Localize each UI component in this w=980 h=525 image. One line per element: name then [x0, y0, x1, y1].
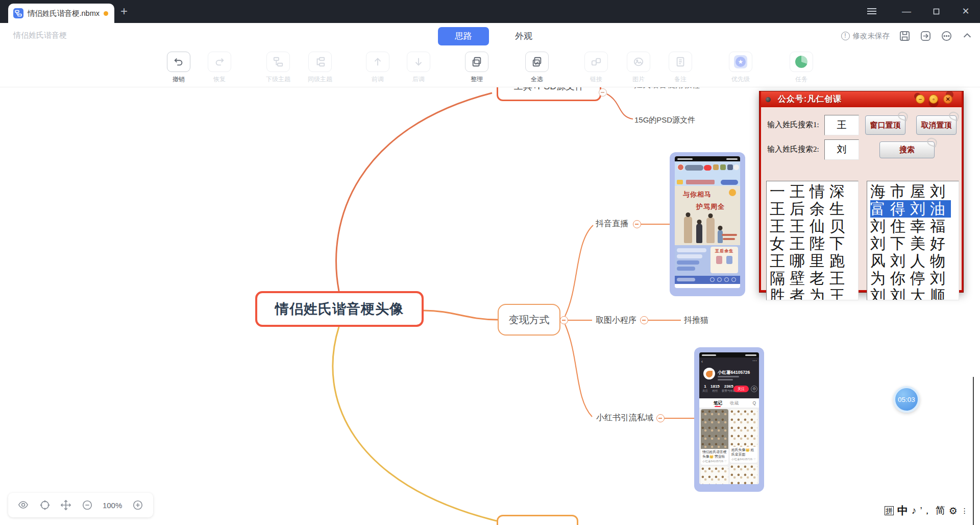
close-button[interactable]: ✕	[959, 5, 973, 17]
node-bottom-clipped[interactable]	[497, 515, 578, 525]
surname-search-window[interactable]: 公众号:凡仁创课 – ▫ ✕ 输入姓氏搜索1: 窗口置顶 取消置顶 输入姓氏搜索…	[759, 91, 964, 293]
toolbar-subtopic[interactable]: 下级主题	[257, 52, 300, 84]
leaf-miniprogram[interactable]: 取图小程序	[596, 315, 636, 326]
maximize-button[interactable]	[929, 5, 943, 15]
surname-input-1[interactable]	[824, 115, 859, 135]
toolbar-sibling-topic[interactable]: 同级主题	[299, 52, 341, 84]
stat-following: 1 关注	[702, 384, 708, 393]
card-figure	[726, 256, 732, 264]
redwin-titlebar[interactable]: 公众号:凡仁创课 – ▫ ✕	[761, 91, 962, 107]
ime-sound-icon[interactable]: ♪	[912, 505, 917, 516]
save-icon[interactable]	[899, 30, 911, 42]
minimize-button[interactable]: —	[899, 5, 914, 17]
xiaohongshu-screenshot[interactable]: ‹ ⋯ 小红薯64105726 1 关注 1815 粉丝 2365 获赞与收藏	[694, 347, 764, 492]
zoom-in-icon[interactable]	[132, 499, 143, 511]
toolbar: 撤销 恢复 下级主题 同级主题 前调	[0, 49, 980, 87]
ime-simplified-icon[interactable]: 简	[936, 504, 945, 517]
eye-icon[interactable]	[18, 499, 29, 511]
zoom-out-icon[interactable]	[82, 499, 93, 511]
collapse-dot-xiaohongshu[interactable]	[656, 414, 665, 422]
menu-icon[interactable]	[865, 5, 879, 15]
list-item[interactable]: 王王仙贝	[770, 218, 858, 235]
list-item[interactable]: 胜者为王	[770, 287, 858, 300]
pan-icon[interactable]	[60, 499, 71, 511]
document-tab[interactable]: 情侣姓氏谐音梗.nbmx	[8, 4, 114, 23]
toolbar-label: 图片	[617, 75, 660, 84]
toolbar-task[interactable]: 任务	[780, 52, 823, 84]
surname-input-2[interactable]	[824, 139, 859, 160]
leaf-douyin-live[interactable]: 抖音直播	[596, 219, 628, 229]
leaf-doutuimao[interactable]: 抖推猫	[684, 315, 708, 326]
ime-settings-icon[interactable]: ⚙	[949, 505, 958, 517]
undo-icon	[167, 52, 190, 72]
toolbar-link[interactable]: 链接	[575, 52, 618, 84]
list-item[interactable]: 隔壁老王	[770, 270, 858, 287]
collapse-dot-top-node[interactable]	[599, 88, 607, 97]
timer-bubble[interactable]: 05:03	[893, 386, 920, 413]
toolbar-move-down[interactable]: 后调	[397, 52, 440, 84]
toolbar-select-all[interactable]: 全选	[516, 52, 558, 84]
collapse-dot-miniprogram[interactable]	[640, 316, 648, 324]
sibling-topic-icon	[308, 52, 332, 72]
list-item-selected[interactable]: 富得刘油	[870, 200, 951, 218]
leaf-psd-15g[interactable]: 15G的PSD源文件	[634, 115, 695, 125]
list-item[interactable]: 一王情深	[770, 183, 858, 200]
more-icon: ⋯	[752, 358, 757, 363]
list-item[interactable]: 风刘人物	[870, 252, 959, 270]
list-item[interactable]: 王后余生	[770, 200, 858, 218]
xhs-username: 小红薯64105726	[718, 370, 750, 376]
toolbar-priority[interactable]: ★ 优先级	[719, 52, 762, 84]
tab-silu[interactable]: 思路	[438, 27, 489, 45]
note-title: 姓氏头像👑 姓氏背景图	[731, 448, 756, 457]
live-icon	[710, 277, 715, 282]
toolbar-redo[interactable]: 恢复	[198, 52, 241, 84]
toolbar-move-up[interactable]: 前调	[356, 52, 399, 84]
move-down-icon	[407, 52, 430, 72]
ime-chinese-icon[interactable]: 中	[897, 504, 908, 518]
collapse-dot-monetization[interactable]	[560, 316, 568, 324]
more-icon[interactable]	[941, 30, 952, 42]
list-item[interactable]: 刘下美好	[870, 235, 959, 252]
toolbar-undo[interactable]: 撤销	[157, 52, 200, 84]
ime-more-icon[interactable]: ⋮	[961, 507, 968, 515]
surname-card-text: 王后余生	[710, 247, 738, 254]
xhs-follow-button: 关注	[733, 386, 749, 392]
ime-pinyin-icon[interactable]: 拼	[885, 506, 894, 515]
list-item[interactable]: 为你停刘	[870, 270, 959, 287]
leaf-xiaohongshu[interactable]: 小红书引流私域	[596, 413, 653, 423]
app-window: 工具+PSD源文件 姓氏谐音使用教程 15G的PSD源文件 情侣姓氏谐音梗头像 …	[0, 0, 980, 525]
root-node[interactable]: 情侣姓氏谐音梗头像	[255, 291, 424, 327]
list-item[interactable]: 海市屋刘	[870, 183, 959, 200]
list-item[interactable]: 女王陛下	[770, 235, 858, 252]
redwin-close-button[interactable]: ✕	[943, 94, 952, 104]
new-tab-button[interactable]: +	[120, 4, 128, 18]
redwin-minimize-button[interactable]: –	[916, 94, 925, 104]
node-monetization[interactable]: 变现方式	[498, 304, 560, 336]
export-icon[interactable]	[920, 30, 932, 42]
banner-text-bar	[686, 180, 715, 184]
toolbar-note[interactable]: 备注	[659, 52, 702, 84]
result-list-1[interactable]: 一王情深 王后余生 王王仙贝 女王陛下 王哪里跑 隔壁老王 胜者为王	[766, 181, 859, 300]
toolbar-label: 任务	[780, 75, 823, 84]
list-item[interactable]: 王哪里跑	[770, 252, 858, 270]
zoom-level[interactable]: 100%	[103, 501, 122, 510]
tab-waiguan[interactable]: 外观	[508, 27, 539, 45]
list-item[interactable]: 刘刘大顺	[870, 287, 959, 300]
search-button[interactable]: 搜索	[879, 141, 935, 158]
tag-icon	[677, 180, 683, 184]
collapse-dot-douyin[interactable]	[633, 220, 641, 228]
organize-icon	[465, 52, 488, 72]
ime-bar[interactable]: 拼 中 ♪ ’， 简 ⚙ ⋮	[885, 504, 968, 518]
locate-icon[interactable]	[39, 499, 51, 511]
collapse-toolbar-icon[interactable]	[962, 30, 973, 41]
unpin-window-button[interactable]: 取消置顶	[916, 115, 957, 135]
ime-punct-icon[interactable]: ’，	[920, 504, 932, 517]
toolbar-image[interactable]: 图片	[617, 52, 660, 84]
redwin-maximize-button[interactable]: ▫	[929, 94, 938, 104]
result-list-2[interactable]: 海市屋刘 富得刘油 刘住幸福 刘下美好 风刘人物 为你停刘 刘刘大顺	[867, 181, 959, 300]
douyin-live-screenshot[interactable]: 与你相马 护骂周全 王后余生	[670, 152, 745, 296]
pin-window-button[interactable]: 窗口置顶	[865, 115, 905, 135]
toolbar-organize[interactable]: 整理	[455, 52, 498, 84]
viewer-count-bubble	[733, 164, 739, 170]
list-item[interactable]: 刘住幸福	[870, 218, 959, 235]
